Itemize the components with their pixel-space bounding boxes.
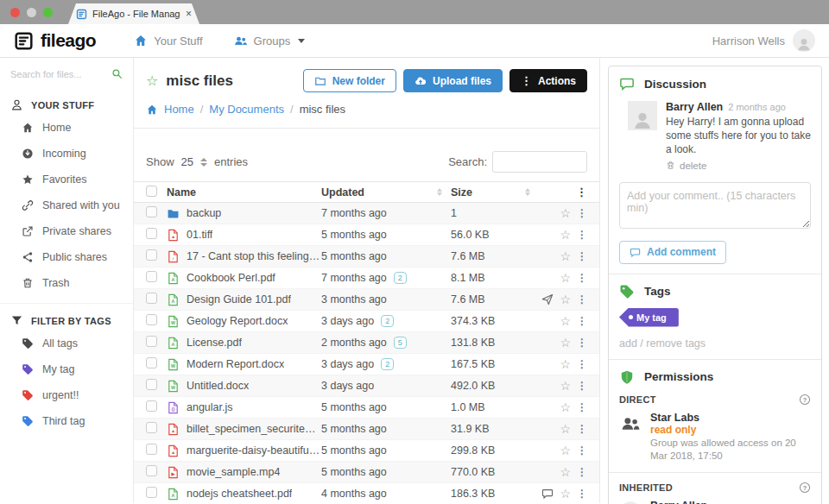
home-icon[interactable] [146,104,158,116]
new-folder-button[interactable]: New folder [303,69,396,92]
column-name[interactable]: Name [167,186,321,198]
file-name[interactable]: Design Guide 101.pdf [187,293,291,306]
sidebar-item-favorites[interactable]: Favorites [0,167,133,192]
favorite-star-icon[interactable]: ☆ [560,422,571,436]
row-menu-icon[interactable]: ⋮ [577,380,587,392]
file-name[interactable]: 01.tiff [187,229,212,241]
row-checkbox[interactable] [146,465,157,476]
row-checkbox[interactable] [146,271,157,282]
sidebar-item-private-shares[interactable]: Private shares [0,218,133,244]
tag-chip-my-tag[interactable]: My tag [619,308,679,327]
row-menu-icon[interactable]: ⋮ [577,358,587,370]
version-badge[interactable]: 5 [394,337,407,349]
sidebar-item-shared-with-you[interactable]: Shared with you [0,192,133,218]
file-name[interactable]: Modern Report.docx [187,358,284,370]
table-row[interactable]: ▶ movie_sample.mp4 5 months ago 770.0 KB… [134,462,599,483]
tab-close-icon[interactable]: × [186,8,192,20]
row-menu-icon[interactable]: ⋮ [577,488,587,500]
maximize-window-button[interactable] [43,8,53,17]
row-checkbox[interactable] [146,379,157,390]
row-menu-icon[interactable]: ⋮ [577,401,587,413]
actions-button[interactable]: ⋮ Actions [509,69,587,92]
help-icon[interactable]: ? [799,394,811,406]
row-checkbox[interactable] [146,228,157,239]
comment-input[interactable] [619,182,811,229]
file-name[interactable]: Untitled.docx [187,380,249,392]
table-row[interactable]: A Design Guide 101.pdf 3 months ago 7.6 … [134,289,599,311]
file-name[interactable]: License.pdf [187,337,242,349]
sidebar-item-home[interactable]: Home [0,115,133,141]
help-icon[interactable]: ? [799,482,811,494]
row-menu-icon[interactable]: ⋮ [577,423,587,435]
table-row[interactable]: A License.pdf 2 months ago5 131.8 KB ☆ ⋮ [134,332,599,354]
close-window-button[interactable] [10,8,20,17]
favorite-star-icon[interactable]: ☆ [560,228,571,242]
table-row[interactable]: {} angular.js 5 months ago 1.0 MB ☆ ⋮ [134,397,599,419]
version-badge[interactable]: 2 [381,358,394,370]
table-row[interactable]: A Cookbook Perl.pdf 7 months ago2 8.1 MB… [134,268,599,289]
favorite-star-icon[interactable]: ☆ [560,336,571,350]
sort-icon[interactable] [525,188,530,196]
file-name[interactable]: marguerite-daisy-beautiful-beauty.jpg [187,444,321,457]
version-badge[interactable]: 2 [381,315,394,327]
favorite-star-icon[interactable]: ☆ [560,293,571,306]
row-checkbox[interactable] [146,422,157,433]
table-row[interactable]: backup 7 months ago 1 ☆ ⋮ [134,203,599,224]
row-checkbox[interactable] [146,314,157,325]
row-checkbox[interactable] [146,293,157,304]
file-name[interactable]: movie_sample.mp4 [187,466,280,478]
favorite-star-icon[interactable]: ☆ [560,444,571,457]
file-name[interactable]: backup [187,207,221,219]
file-name[interactable]: Cookbook Perl.pdf [187,272,275,284]
user-avatar[interactable] [793,29,815,52]
favorite-star-icon[interactable]: ☆ [560,271,571,285]
table-row[interactable]: ▲ marguerite-daisy-beautiful-beauty.jpg … [134,440,599,462]
sidebar-tag-urgent-[interactable]: urgent!! [0,382,133,408]
nav-groups[interactable]: Groups [234,34,306,47]
favorite-star-icon[interactable]: ☆ [560,487,571,501]
delete-comment-link[interactable]: delete [666,161,811,171]
breadcrumb-item-my-documents[interactable]: My Documents [209,103,284,116]
upload-files-button[interactable]: Upload files [403,69,503,92]
sort-icon[interactable] [437,188,442,196]
favorite-star-icon[interactable]: ☆ [560,249,571,263]
entries-select[interactable]: 25 [181,155,193,168]
browser-tab[interactable]: FileAgo - File Manager × [68,3,199,24]
table-row[interactable]: ▲ 01.tiff 5 months ago 56.0 KB ☆ ⋮ [134,224,599,246]
favorite-star-icon[interactable]: ☆ [560,357,571,371]
sidebar-tag-all-tags[interactable]: All tags [0,331,133,356]
sidebar-item-trash[interactable]: Trash [0,270,133,296]
row-menu-icon[interactable]: ⋮ [577,272,587,284]
row-menu-icon[interactable]: ⋮ [577,229,587,241]
user-menu[interactable]: Harrison Wells [712,29,815,52]
table-search-input[interactable] [492,151,587,173]
version-badge[interactable]: 2 [394,272,407,284]
file-name[interactable]: Geology Report.docx [187,315,288,327]
sidebar-tag-third-tag[interactable]: Third tag [0,408,133,434]
row-checkbox[interactable] [146,487,157,498]
table-row[interactable]: ♪ 17 - Cant stop this feeling.mp3 5 mont… [134,246,599,268]
file-name[interactable]: nodejs cheatsheet.pdf [187,488,292,500]
row-menu-icon[interactable]: ⋮ [577,315,587,327]
row-checkbox[interactable] [146,444,157,455]
row-menu-icon[interactable]: ⋮ [577,337,587,349]
sidebar-tag-my-tag[interactable]: My tag [0,356,133,382]
minimize-window-button[interactable] [27,8,36,17]
file-name[interactable]: angular.js [187,401,233,413]
table-row[interactable]: W Geology Report.docx 3 days ago2 374.3 … [134,311,599,332]
row-checkbox[interactable] [146,249,157,261]
breadcrumb-item-home[interactable]: Home [164,103,194,116]
table-row[interactable]: W Modern Report.docx 3 days ago2 167.5 K… [134,354,599,375]
favorite-star-icon[interactable]: ☆ [560,465,571,479]
sidebar-item-incoming[interactable]: Incoming [0,141,133,167]
table-menu-icon[interactable]: ⋮ [576,186,587,198]
file-name[interactable]: 17 - Cant stop this feeling.mp3 [187,250,321,262]
column-updated[interactable]: Updated [321,186,451,198]
row-menu-icon[interactable]: ⋮ [577,250,587,262]
favorite-star-icon[interactable]: ☆ [560,314,571,328]
fileago-logo[interactable]: fileago [14,30,96,51]
row-menu-icon[interactable]: ⋮ [577,293,587,306]
sidebar-item-public-shares[interactable]: Public shares [0,244,133,270]
row-menu-icon[interactable]: ⋮ [577,207,587,219]
row-menu-icon[interactable]: ⋮ [577,444,587,457]
